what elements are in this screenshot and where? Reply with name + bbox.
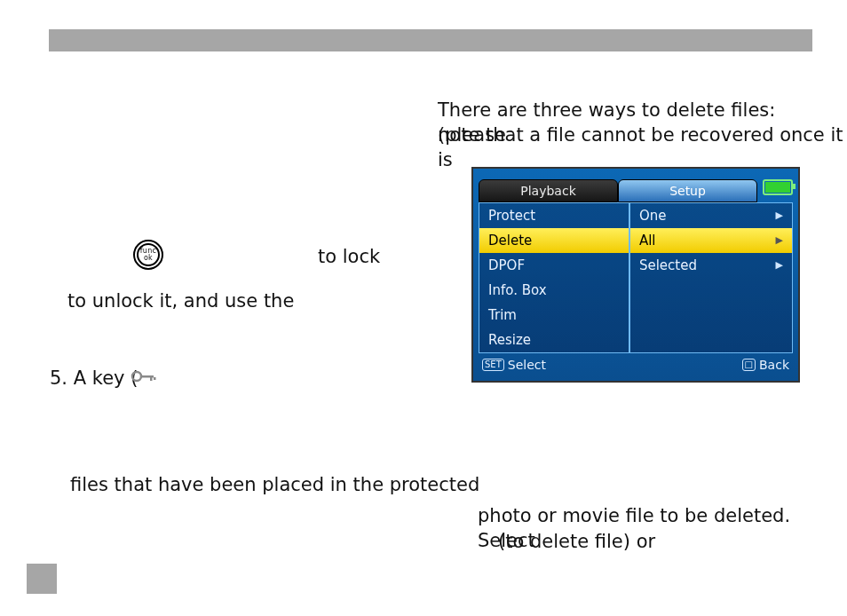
svg-rect-2 [150,377,153,381]
menu-left-item[interactable]: Delete [479,228,629,253]
tab-playback[interactable]: Playback [479,179,618,202]
chevron-right-icon: ▶ [776,209,783,223]
set-chip-icon: SET [482,359,504,371]
header-bar [49,29,812,51]
caption-line2: (to delete file) or [498,529,655,554]
svg-point-0 [132,372,141,381]
menu-right-item[interactable]: All▶ [630,228,792,253]
menu-left-item[interactable]: Trim [479,303,629,328]
menu-left-item[interactable]: Info. Box [479,278,629,303]
battery-icon [763,179,793,195]
camera-lcd: Playback Setup ProtectDeleteDPOFInfo. Bo… [471,167,800,383]
delete-intro-line2: note that a file cannot be recovered onc… [438,122,847,173]
func-label-bottom: ok [144,255,153,262]
footer-back-label: Back [759,357,789,374]
key-icon [131,368,157,384]
menu-right-item[interactable]: One▶ [630,203,792,228]
menu-left-item[interactable]: Protect [479,203,629,228]
page-number-box [27,564,57,594]
back-chip-icon: □ [742,359,756,371]
lcd-tabs: Playback Setup [473,169,798,202]
menu-right-item[interactable]: Selected▶ [630,253,792,278]
text-to-unlock: to unlock it, and use the [67,288,294,313]
step5-prefix: 5. A key ( [50,366,138,391]
text-protected-files: files that have been placed in the prote… [70,472,479,497]
tab-setup[interactable]: Setup [618,179,757,202]
menu-left: ProtectDeleteDPOFInfo. BoxTrimResize [479,202,629,353]
lcd-footer: SET Select □ Back [473,353,798,377]
footer-back: □ Back [742,357,789,374]
chevron-right-icon: ▶ [776,259,783,272]
text-to-lock: to lock [318,244,380,269]
menu-right: One▶All▶Selected▶ [629,202,793,353]
chevron-right-icon: ▶ [776,234,783,248]
menu-left-item[interactable]: DPOF [479,253,629,278]
menu-left-item[interactable]: Resize [479,328,629,352]
func-ok-button-icon: func ok [133,240,163,270]
svg-rect-3 [154,377,156,380]
footer-select-label: Select [508,357,546,374]
footer-select: SET Select [482,357,546,374]
